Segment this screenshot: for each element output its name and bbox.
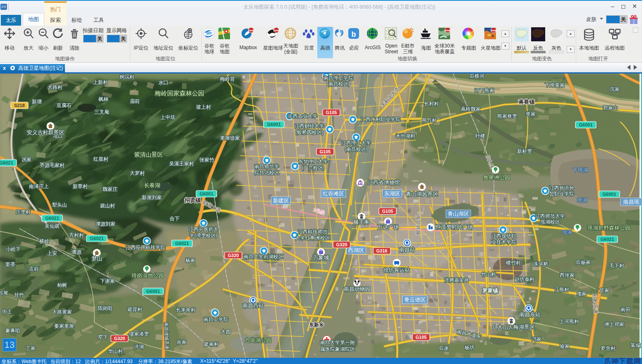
svg-text:叶楼: 叶楼: [475, 133, 485, 139]
svg-text:万达广场: 万达广场: [377, 224, 399, 230]
svg-text:G6001: G6001: [199, 191, 213, 196]
svg-text:13: 13: [5, 340, 14, 350]
svg-text:水口: 水口: [158, 80, 168, 86]
svg-text:G320: G320: [228, 253, 239, 258]
svg-text:G6021: G6021: [90, 236, 103, 241]
svg-text:新建区: 新建区: [273, 197, 289, 204]
svg-text:喻家: 喻家: [560, 343, 570, 349]
svg-text:青云谱区: 青云谱区: [404, 297, 426, 303]
svg-text:新塘: 新塘: [32, 99, 42, 105]
svg-text:新村里: 新村里: [517, 148, 532, 154]
svg-text:大学红角洲校区: 大学红角洲校区: [295, 235, 330, 241]
svg-text:new: new: [445, 29, 451, 32]
svg-text:G6021: G6021: [600, 237, 614, 242]
svg-text:G105: G105: [320, 149, 331, 154]
svg-text:张家竹: 张家竹: [199, 157, 214, 163]
svg-text:瑶湖校区: 瑶湖校区: [540, 219, 560, 225]
svg-text:洲上邓家: 洲上邓家: [604, 321, 624, 327]
svg-text:象鼻咀: 象鼻咀: [5, 328, 20, 333]
svg-text:方村村: 方村村: [69, 232, 84, 238]
svg-text:南昌站: 南昌站: [399, 247, 415, 253]
svg-text:落城: 落城: [630, 343, 640, 348]
svg-text:滕王阁: 滕王阁: [354, 219, 370, 225]
svg-text:犁头山: 犁头山: [52, 202, 67, 208]
svg-text:洪腾高架路: 洪腾高架路: [444, 277, 469, 283]
svg-text:华山村: 华山村: [108, 348, 123, 354]
svg-text:郭家山: 郭家山: [603, 105, 618, 111]
svg-text:冯家: 冯家: [532, 336, 541, 342]
svg-text:梦山: 梦山: [91, 255, 102, 262]
svg-text:豆腐石: 豆腐石: [57, 102, 72, 108]
svg-text:大路村: 大路村: [48, 84, 62, 90]
svg-text:下岸黄家: 下岸黄家: [545, 82, 565, 88]
svg-text:南昌绕城高速: 南昌绕城高速: [164, 322, 170, 350]
svg-text:瑶湖: 瑶湖: [577, 197, 588, 203]
svg-text:南昌动物园: 南昌动物园: [344, 286, 371, 292]
svg-text:罗家镇: 罗家镇: [482, 288, 498, 294]
svg-text:G6001: G6001: [579, 122, 592, 127]
svg-text:廖家村: 廖家村: [204, 341, 219, 347]
svg-text:坡上村: 坡上村: [196, 104, 211, 110]
svg-text:观山村: 观山村: [100, 203, 115, 209]
svg-text:江熊村: 江熊村: [554, 287, 569, 293]
svg-text:枫林: 枫林: [98, 96, 109, 102]
svg-text:G6021: G6021: [45, 216, 59, 221]
svg-text:蒋巷镇: 蒋巷镇: [518, 99, 535, 105]
svg-text:上河熊村: 上河熊村: [559, 319, 579, 324]
svg-text:类家: 类家: [526, 111, 536, 117]
svg-text:b: b: [352, 30, 356, 38]
svg-text:合下: 合下: [170, 216, 180, 221]
svg-text:G320: G320: [336, 242, 347, 247]
svg-text:后谢: 后谢: [439, 345, 449, 351]
svg-text:洋湖: 洋湖: [134, 344, 144, 350]
svg-text:恒茂梦时代广场: 恒茂梦时代广场: [435, 224, 473, 230]
svg-text:小岭下: 小岭下: [6, 246, 21, 252]
svg-text:南昌理工学院: 南昌理工学院: [323, 75, 353, 81]
svg-text:G105: G105: [382, 209, 393, 214]
svg-text:上中坑: 上中坑: [160, 114, 175, 120]
svg-text:店前: 店前: [29, 266, 39, 272]
svg-text:南昌瑶: 南昌瑶: [623, 199, 640, 205]
svg-text:安义古村群景区: 安义古村群景区: [27, 129, 65, 136]
svg-text:毛下村: 毛下村: [609, 263, 624, 269]
svg-text:大路黄家: 大路黄家: [52, 309, 72, 315]
svg-text:业技术学院: 业技术学院: [491, 239, 516, 245]
svg-text:南泽庄上: 南泽庄上: [29, 183, 49, 189]
svg-text:横岭: 横岭: [39, 238, 49, 244]
svg-text:江西财经大学: 江西财经大学: [295, 123, 324, 129]
svg-text:下瑶湖: 下瑶湖: [573, 167, 589, 173]
svg-text:上新村: 上新村: [93, 79, 108, 85]
svg-text:杨家: 杨家: [185, 257, 195, 263]
svg-text:魏家庄: 魏家庄: [103, 186, 117, 192]
svg-text:G316: G316: [376, 248, 388, 253]
svg-text:梅岭背: 梅岭背: [220, 76, 235, 82]
svg-text:属医院象湖院区: 属医院象湖院区: [320, 346, 355, 352]
svg-text:西张家: 西张家: [560, 272, 575, 278]
svg-text:陈岗咀: 陈岗咀: [98, 305, 113, 311]
svg-text:三叉庵: 三叉庵: [94, 109, 109, 115]
svg-text:青山湖区: 青山湖区: [448, 211, 469, 217]
svg-text:柏树: 柏树: [57, 282, 67, 288]
svg-text:G105: G105: [326, 110, 337, 115]
svg-text:梅岭国家森林公园: 梅岭国家森林公园: [154, 90, 204, 97]
svg-text:江西师范大学: 江西师范大学: [535, 213, 565, 219]
svg-text:姜家老屋: 姜家老屋: [54, 323, 74, 329]
svg-text:熊万村: 熊万村: [422, 117, 437, 123]
svg-text:长茅余村: 长茅余村: [176, 307, 196, 313]
svg-text:瑶湖: 瑶湖: [562, 229, 572, 235]
svg-text:西湖区: 西湖区: [348, 247, 364, 253]
svg-text:新屋刘家: 新屋刘家: [142, 195, 162, 200]
svg-text:new: new: [249, 29, 254, 32]
svg-text:G6001: G6001: [602, 192, 616, 197]
svg-text:艾家: 艾家: [599, 288, 609, 293]
svg-text:南昌西站: 南昌西站: [242, 302, 264, 309]
svg-text:观背村: 观背村: [127, 307, 142, 312]
svg-text:贸职业学院: 贸职业学院: [549, 191, 574, 197]
svg-text:下谢家: 下谢家: [100, 278, 115, 284]
svg-text:江西科技师范: 江西科技师范: [298, 229, 328, 235]
svg-text:(广兰校区): (广兰校区): [302, 165, 325, 171]
svg-text:丁家: 丁家: [26, 345, 36, 351]
svg-text:du: du: [307, 35, 311, 39]
svg-text:S218: S218: [14, 103, 25, 108]
svg-text:青山湖风景区: 青山湖风景区: [406, 191, 438, 197]
